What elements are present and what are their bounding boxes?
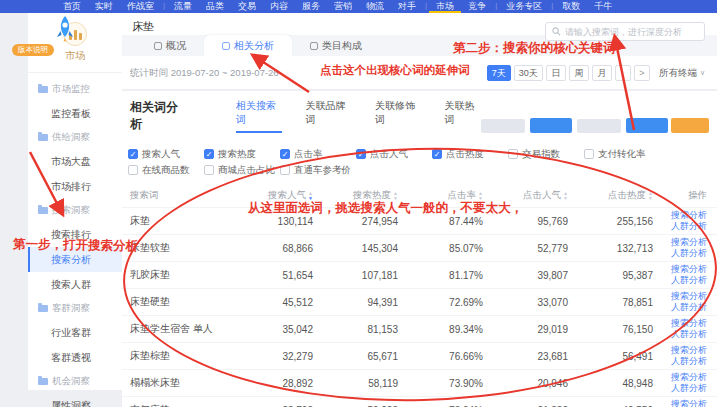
column-header[interactable]: 搜索人气▲▼	[234, 189, 319, 202]
nav-item[interactable]: 服务	[295, 0, 327, 13]
nav-item[interactable]: 品类	[199, 0, 231, 13]
search-term[interactable]: 榻榻米床垫	[122, 376, 234, 390]
search-input[interactable]	[565, 27, 698, 37]
terminal-dropdown[interactable]: 所有终端∨	[659, 67, 705, 80]
sort-icon[interactable]: ▲▼	[308, 191, 313, 200]
column-header[interactable]: 搜索热度▲▼	[319, 189, 404, 202]
action-link[interactable]: 人群分析	[665, 221, 707, 232]
checkbox-icon[interactable]	[204, 165, 214, 175]
date-button[interactable]: 30天	[514, 65, 543, 81]
checkbox-icon[interactable]: ✓	[280, 149, 290, 159]
action-link[interactable]: 搜索分析	[665, 345, 707, 356]
action-link[interactable]: 搜索分析	[665, 237, 707, 248]
subtab[interactable]: 关联热词	[445, 99, 481, 133]
sidebar-item[interactable]: 搜索分析	[28, 247, 122, 272]
nav-item[interactable]: 市场	[429, 0, 461, 13]
subtab[interactable]: 关联修饰词	[375, 99, 421, 133]
sidebar-item[interactable]: 属性洞察	[28, 393, 122, 407]
action-link[interactable]: 人群分析	[665, 275, 707, 286]
nav-item[interactable]: 业务专区	[499, 0, 549, 13]
date-button[interactable]: 月	[592, 65, 612, 81]
search-term[interactable]: 床垫软垫	[122, 241, 234, 255]
metric-checkbox[interactable]: 直通车参考价	[274, 164, 350, 177]
blue-action-button[interactable]	[626, 118, 668, 133]
prev-page-button[interactable]	[615, 65, 631, 81]
nav-item[interactable]: 流量	[167, 0, 199, 13]
version-badge[interactable]: 版本说明	[12, 44, 54, 56]
action-link[interactable]: 人群分析	[665, 383, 707, 394]
nav-item[interactable]: 竞争	[461, 0, 493, 13]
action-link[interactable]: 搜索分析	[665, 291, 707, 302]
nav-item[interactable]: 实时	[88, 0, 120, 13]
checkbox-icon[interactable]	[508, 149, 518, 159]
nav-item[interactable]: 内容	[263, 0, 295, 13]
action-link[interactable]: 搜索分析	[665, 264, 707, 275]
action-link[interactable]: 搜索分析	[665, 318, 707, 329]
subtab[interactable]: 相关搜索词	[236, 99, 282, 133]
sidebar-item[interactable]: 客群透视	[28, 345, 122, 370]
metric-checkbox[interactable]: ✓搜索人气	[122, 148, 198, 161]
blurred-text-button[interactable]	[577, 119, 621, 133]
sort-icon[interactable]: ▲▼	[648, 191, 653, 200]
nav-item[interactable]: 作战室	[120, 0, 161, 13]
nav-item[interactable]: 营销	[327, 0, 359, 13]
search-term[interactable]: 乳胶床垫	[122, 268, 234, 282]
action-link[interactable]: 人群分析	[665, 356, 707, 367]
checkbox-icon[interactable]	[280, 165, 290, 175]
date-button[interactable]: 日	[546, 65, 566, 81]
metric-checkbox[interactable]: ✓点击热度	[426, 148, 502, 161]
metric-checkbox[interactable]: 商城点击占比	[198, 164, 274, 177]
sidebar-item[interactable]: 行业客群	[28, 320, 122, 345]
metric-checkbox[interactable]: 支付转化率	[578, 148, 654, 161]
date-button[interactable]: 7天	[487, 65, 511, 81]
checkbox-icon[interactable]: ✓	[204, 149, 214, 159]
search-term[interactable]: 床垫硬垫	[122, 295, 234, 309]
action-link[interactable]: 搜索分析	[665, 210, 707, 221]
tab[interactable]: 概况	[136, 35, 204, 56]
checkbox-icon[interactable]: ✓	[356, 149, 366, 159]
next-page-button[interactable]: >	[634, 65, 650, 81]
blue-action-button[interactable]	[530, 118, 572, 133]
sidebar-item[interactable]: 搜索排行	[28, 222, 122, 247]
nav-item[interactable]: 对手	[391, 0, 423, 13]
sidebar-item[interactable]: 市场大盘	[28, 149, 122, 174]
sort-icon[interactable]: ▲▼	[478, 191, 483, 200]
action-link[interactable]: 搜索分析	[665, 372, 707, 383]
checkbox-icon[interactable]	[128, 165, 138, 175]
search-term[interactable]: 充气床垫	[122, 403, 234, 407]
tab[interactable]: 相关分析	[204, 35, 292, 56]
metric-checkbox[interactable]: ✓搜索热度	[198, 148, 274, 161]
action-link[interactable]: 搜索分析	[665, 399, 707, 407]
search-term[interactable]: 床垫棕垫	[122, 349, 234, 363]
sort-icon[interactable]: ▲▼	[393, 191, 398, 200]
blurred-text-button[interactable]	[481, 119, 525, 133]
metric-checkbox[interactable]: ✓点击率	[274, 148, 350, 161]
checkbox-icon[interactable]	[584, 149, 594, 159]
nav-item[interactable]: 物流	[359, 0, 391, 13]
nav-item[interactable]: 首页	[56, 0, 88, 13]
action-link[interactable]: 人群分析	[665, 329, 707, 340]
checkbox-icon[interactable]: ✓	[128, 149, 138, 159]
checkbox-icon[interactable]: ✓	[432, 149, 442, 159]
orange-action-button[interactable]	[671, 118, 709, 133]
nav-item[interactable]: 交易	[231, 0, 263, 13]
column-header[interactable]: 点击率▲▼	[404, 189, 489, 202]
metric-checkbox[interactable]: 在线商品数	[122, 164, 198, 177]
search-term[interactable]: 床垫	[122, 214, 234, 228]
subtab[interactable]: 关联品牌词	[306, 99, 352, 133]
nav-item[interactable]: 千牛	[587, 0, 619, 13]
action-link[interactable]: 人群分析	[665, 248, 707, 259]
tab[interactable]: 类目构成	[292, 35, 380, 56]
sidebar-item[interactable]: 搜索人群	[28, 272, 122, 297]
search-term[interactable]: 床垫学生宿舍 单人	[122, 322, 234, 336]
sidebar-item[interactable]: 市场排行	[28, 174, 122, 199]
action-link[interactable]: 人群分析	[665, 302, 707, 313]
metric-checkbox[interactable]: ✓点击人气	[350, 148, 426, 161]
sidebar-item[interactable]: 监控看板	[28, 101, 122, 126]
column-header[interactable]: 点击人气▲▼	[489, 189, 574, 202]
metric-checkbox[interactable]: 交易指数	[502, 148, 578, 161]
date-button[interactable]: 周	[569, 65, 589, 81]
column-header[interactable]: 点击热度▲▼	[574, 189, 659, 202]
nav-item[interactable]: 取数	[555, 0, 587, 13]
sort-icon[interactable]: ▲▼	[563, 191, 568, 200]
